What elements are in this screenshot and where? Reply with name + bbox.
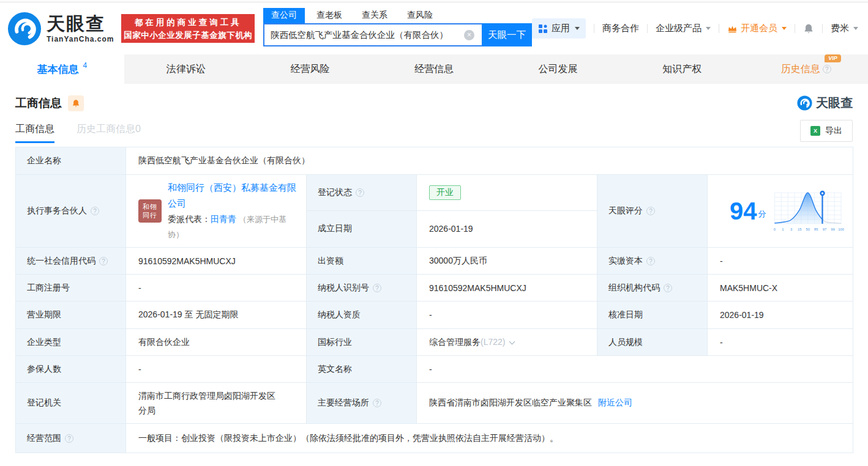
industry-cell[interactable]: 综合管理服务(L722) [417, 329, 597, 356]
bell-icon [72, 99, 80, 108]
search-tab-company[interactable]: 查公司 [263, 8, 305, 23]
nav-notifications[interactable] [803, 23, 814, 34]
svg-text:85: 85 [814, 227, 818, 231]
english-name-cell: - [417, 356, 853, 383]
tab-operating-risk[interactable]: 经营风险 [248, 54, 372, 84]
capital-cell: 30000万人民币 [417, 248, 597, 275]
vip-badge: VIP [825, 54, 841, 62]
search-tab-risk[interactable]: 查风险 [399, 8, 441, 23]
question-icon [823, 65, 831, 73]
tab-label: 经营风险 [290, 63, 329, 76]
open-vip-label: 开通会员 [741, 23, 777, 34]
registration-status-cell: 开业 [417, 175, 597, 211]
export-button[interactable]: 导出 [800, 120, 853, 142]
company-type-label-cell: 企业类型 [16, 329, 126, 356]
field-label: 参保人数 [27, 364, 61, 375]
company-section-tabs: 基本信息4 法律诉讼 经营风险 经营信息 公司发展 知识产权 历史信息 VIP [0, 54, 868, 84]
enterprise-label: 企业级产品 [656, 23, 702, 34]
search-tab-boss[interactable]: 查老板 [309, 8, 350, 23]
business-term-value: 2026-01-19 至 无固定期限 [138, 309, 238, 319]
field-label: 企业类型 [27, 337, 61, 348]
tab-company-development[interactable]: 公司发展 [496, 54, 620, 84]
caret-down-icon [782, 27, 787, 30]
company-type-value: 有限合伙企业 [138, 337, 190, 347]
english-name-label-cell: 英文名称 [307, 356, 417, 383]
tab-operating-info[interactable]: 经营信息 [372, 54, 496, 84]
partner-avatar[interactable]: 和翎 同行 [138, 199, 162, 223]
uscc-value: 91610592MAK5HMUCXJ [138, 256, 236, 266]
field-label: 统一社会信用代码 [27, 256, 95, 267]
representative-link[interactable]: 田青青 [211, 214, 236, 224]
registration-no-cell: - [126, 275, 307, 301]
industry-label-cell: 国标行业 [307, 329, 417, 356]
search-button[interactable]: 天眼一下 [482, 23, 532, 46]
field-label: 纳税人识别号 [318, 283, 369, 294]
chevron-down-icon[interactable] [509, 338, 515, 344]
search-tab-relation[interactable]: 查关系 [354, 8, 395, 23]
registration-no-value: - [138, 283, 141, 293]
tab-count-badge: 4 [83, 61, 87, 70]
field-label: 国标行业 [318, 337, 352, 348]
business-address-value: 陕西省渭南市卤阳湖开发区临空产业聚集区 [429, 398, 592, 409]
apps-grid-icon [538, 24, 548, 34]
tianyancha-logo[interactable]: 天眼查 TianYanCha.com [7, 12, 114, 46]
subscribe-bell-button[interactable] [68, 95, 84, 111]
capital-value: 30000万人民币 [429, 256, 487, 265]
company-name-cell: 陕西低空航飞产业基金合伙企业（有限合伙） [126, 147, 853, 175]
svg-text:97: 97 [822, 227, 826, 231]
export-label: 导出 [825, 125, 842, 136]
avatar-text: 和翎 [143, 202, 157, 211]
registration-authority-cell: 渭南市工商行政管理局卤阳湖开发区分局 [126, 383, 307, 424]
score-unit: 分 [758, 209, 766, 220]
top-bar: 天眼查 TianYanCha.com 都在用的商业查询工具 国家中小企业发展子基… [0, 2, 868, 54]
executive-partner-cell: 和翎 同行 和翎同行（西安）私募基金有限公司 委派代表：田青青 （来源于中基协） [126, 175, 307, 248]
uscc-label-cell: 统一社会信用代码 [16, 248, 126, 275]
logo-cn: 天眼查 [47, 14, 114, 34]
top-navigation: 应用 商务合作 企业级产品 开通会员 [532, 18, 858, 39]
tab-basic-info[interactable]: 基本信息4 [0, 54, 124, 84]
excel-icon [810, 126, 820, 136]
svg-text:99: 99 [831, 227, 835, 231]
search-input[interactable] [263, 23, 482, 46]
nav-user-menu[interactable]: 费米 [831, 23, 858, 34]
watermark-logo: 天眼查 [797, 95, 853, 111]
approval-date-cell: 2026-01-19 [708, 301, 853, 329]
tab-label: 基本信息 [37, 62, 78, 76]
section-title: 工商信息 [15, 95, 62, 111]
status-badge: 开业 [429, 185, 461, 200]
nav-enterprise-products[interactable]: 企业级产品 [656, 23, 711, 34]
nav-cooperation[interactable]: 商务合作 [602, 23, 639, 34]
tab-label: 知识产权 [662, 63, 702, 76]
field-label: 登记机关 [27, 398, 61, 409]
taxpayer-quality-cell: - [417, 301, 597, 329]
nearby-companies-link[interactable]: 附近公司 [598, 398, 632, 409]
tianyan-score-label-cell: 天眼评分 [597, 175, 708, 248]
subtab-business-info[interactable]: 工商信息 [15, 123, 54, 143]
svg-text:15: 15 [797, 227, 801, 231]
main-content: 工商信息 天眼查 工商信息 历史工商信息0 导出 [0, 84, 868, 453]
business-term-cell: 2026-01-19 至 无固定期限 [126, 301, 307, 329]
nav-open-vip[interactable]: 开通会员 [727, 23, 787, 34]
score-value: 94 [730, 198, 757, 224]
company-type-cell: 有限合伙企业 [126, 329, 307, 356]
subtab-history-business-info[interactable]: 历史工商信息0 [77, 123, 141, 143]
org-code-value: MAK5HMUC-X [720, 283, 777, 293]
english-name-value: - [429, 364, 432, 374]
svg-text:100: 100 [838, 227, 844, 231]
nav-separator [594, 24, 594, 33]
svg-text:0: 0 [773, 227, 776, 231]
tab-intellectual-property[interactable]: 知识产权 [620, 54, 744, 84]
watermark-text: 天眼查 [816, 95, 853, 111]
caret-down-icon [706, 27, 711, 30]
partner-company-link[interactable]: 和翎同行（西安）私募基金有限公司 [168, 182, 296, 209]
tab-legal-litigation[interactable]: 法律诉讼 [124, 54, 249, 84]
tab-label: 法律诉讼 [166, 63, 206, 76]
username-label: 费米 [831, 23, 849, 34]
svg-text:3: 3 [790, 227, 792, 231]
tianyancha-logo-icon [7, 12, 42, 46]
promo-line1: 都在用的商业查询工具 [121, 16, 255, 29]
approval-date-label-cell: 核准日期 [597, 301, 708, 329]
apps-button[interactable]: 应用 [532, 18, 586, 39]
tab-history-info[interactable]: 历史信息 VIP [744, 54, 868, 84]
search-clear-icon[interactable] [464, 30, 474, 40]
